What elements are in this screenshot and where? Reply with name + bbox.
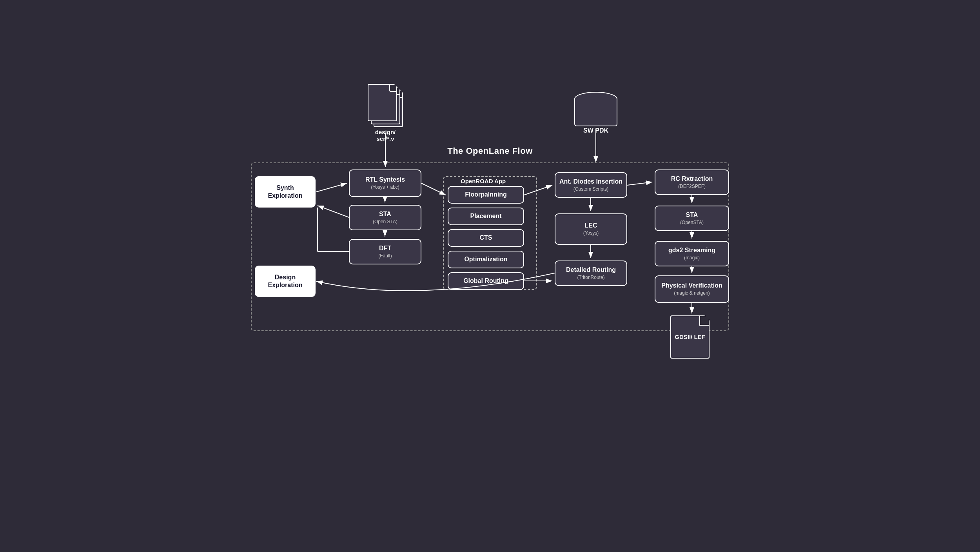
openroad-app-label: OpenROAD App [461, 178, 506, 184]
flow-title: The OpenLane Flow [447, 146, 533, 156]
ant-diodes-title: Ant. Diodes Insertion [559, 178, 622, 185]
sta2-node: STA (OpenSTA) [655, 206, 729, 231]
detailed-routing-node: Detailed Routing (TritonRoute) [555, 261, 627, 286]
floorplanling-title: Floorpalnning [465, 191, 507, 198]
cts-title: CTS [480, 234, 492, 241]
dft-title: DFT [379, 244, 391, 252]
detailed-routing-title: Detailed Routing [566, 266, 616, 273]
gds2-streaming-sub: (magic) [684, 255, 700, 261]
rc-extraction-title: RC Rxtraction [671, 175, 713, 182]
sta1-title: STA [379, 210, 391, 218]
sw-pdk-icon: SW PDK [574, 92, 617, 134]
rtl-syntesis-sub: (Yosys + abc) [371, 184, 399, 190]
gdsii-lef-label: GDSII/ LEF [675, 333, 705, 341]
dft-node: DFT (Fault) [349, 239, 421, 264]
physical-verification-sub: (magic & netgen) [674, 290, 710, 296]
sta1-sub: (Open STA) [373, 219, 397, 224]
physical-verification-title: Physical Verification [661, 282, 722, 289]
gds2-streaming-title: gds2 Streaming [668, 246, 715, 254]
optimalization-title: Optimalization [464, 255, 507, 263]
physical-verification-node: Physical Verification (magic & netgen) [655, 275, 729, 303]
design-file-icon: design/scr/*.v [368, 84, 403, 142]
optimalization-node: Optimalization [448, 251, 524, 268]
design-file-label: design/scr/*.v [375, 129, 396, 142]
lec-title: LEC [585, 222, 597, 229]
rc-extraction-node: RC Rxtraction (DEF2SPEF) [655, 169, 729, 195]
floorplanling-node: Floorpalnning [448, 186, 524, 204]
global-routing-title: Global Routing [463, 277, 508, 284]
sta2-title: STA [686, 211, 698, 219]
gds2-streaming-node: gds2 Streaming (magic) [655, 241, 729, 266]
rtl-syntesis-node: RTL Syntesis (Yosys + abc) [349, 169, 421, 197]
placement-title: Placement [470, 212, 501, 220]
synth-exploration-title: SynthExploration [268, 184, 302, 199]
design-exploration-node: DesignExploration [255, 266, 316, 297]
cts-node: CTS [448, 229, 524, 247]
sta1-node: STA (Open STA) [349, 205, 421, 230]
lec-node: LEC (Yosys) [555, 213, 627, 245]
dft-sub: (Fault) [378, 253, 392, 259]
synth-exploration-node: SynthExploration [255, 176, 316, 208]
placement-node: Placement [448, 208, 524, 225]
gdsii-lef-node: GDSII/ LEF [670, 315, 710, 359]
sw-pdk-label: SW PDK [583, 127, 608, 134]
rc-extraction-sub: (DEF2SPEF) [678, 184, 706, 189]
design-exploration-title: DesignExploration [268, 273, 302, 288]
rtl-syntesis-title: RTL Syntesis [365, 176, 405, 183]
global-routing-node: Global Routing [448, 272, 524, 290]
detailed-routing-sub: (TritonRoute) [577, 275, 604, 280]
ant-diodes-sub: (Custom Scripts) [573, 186, 608, 192]
lec-sub: (Yosys) [583, 230, 599, 236]
sta2-sub: (OpenSTA) [680, 220, 704, 225]
ant-diodes-node: Ant. Diodes Insertion (Custom Scripts) [555, 172, 627, 198]
